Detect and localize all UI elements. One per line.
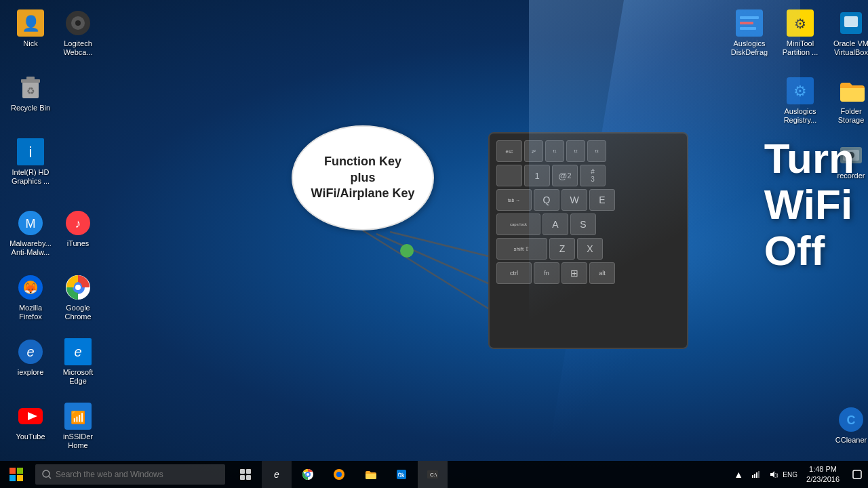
svg-rect-34: [736, 9, 763, 37]
recycle-icon: ♻: [17, 74, 44, 101]
desktop-icon-folder-storage[interactable]: FolderStorage: [824, 75, 868, 127]
inssider-icon: 📶: [64, 403, 92, 430]
folder-storage-icon: [837, 77, 865, 104]
task-view-icon[interactable]: [231, 461, 260, 488]
svg-text:⚙: ⚙: [793, 83, 807, 100]
svg-text:e: e: [26, 344, 34, 359]
desktop-icon-youtube[interactable]: YouTube: [3, 400, 58, 444]
search-input[interactable]: [56, 470, 218, 479]
svg-rect-72: [754, 474, 755, 478]
auslogics-defrag-icon: [736, 9, 763, 37]
auslogics-registry-icon: ⚙: [787, 77, 814, 104]
wifi-off-text: Turn WiFi Off: [764, 136, 854, 274]
svg-text:e: e: [274, 469, 279, 480]
nick-icon: 👤: [17, 9, 44, 37]
svg-rect-37: [740, 27, 756, 30]
search-bar[interactable]: [35, 464, 225, 485]
notification-icon[interactable]: ▲: [730, 461, 747, 488]
svg-rect-56: [240, 469, 245, 474]
svg-text:M: M: [26, 217, 36, 230]
svg-text:⚙: ⚙: [794, 16, 806, 31]
explorer-taskbar-icon[interactable]: [355, 461, 385, 488]
desktop-icon-inssider[interactable]: 📶 inSSIDerHome: [51, 400, 105, 453]
edge-taskbar-icon[interactable]: e: [262, 461, 292, 488]
firefox-taskbar-icon[interactable]: [324, 461, 354, 488]
chrome-icon: [64, 274, 92, 301]
logitech-icon: [64, 9, 92, 37]
malwarebytes-icon: M: [17, 209, 44, 237]
svg-marker-75: [770, 471, 774, 478]
svg-rect-77: [853, 470, 861, 479]
chrome-taskbar-icon[interactable]: [293, 461, 323, 488]
desktop-icon-malwarebytes[interactable]: M Malwareby...Anti-Malw...: [3, 207, 58, 260]
desktop-icon-logitech[interactable]: LogitechWebca...: [51, 7, 105, 60]
desktop-icon-edge[interactable]: e MicrosoftEdge: [51, 336, 105, 388]
minitool-icon: ⚙: [787, 9, 814, 37]
keyboard-image: esc z² f1 f2 f3 1 @2 #3 tab → Q W E: [488, 132, 688, 349]
desktop-icon-minitool[interactable]: ⚙ MiniToolPartition ...: [773, 7, 827, 60]
start-button[interactable]: [0, 461, 33, 488]
svg-text:)))): )))): [775, 472, 778, 478]
desktop-icon-nick[interactable]: 👤 Nick: [3, 7, 58, 51]
firefox-icon: 🦊: [17, 274, 44, 301]
svg-rect-52: [9, 475, 16, 481]
taskbar-icons: e: [231, 461, 448, 488]
cmd-taskbar-icon[interactable]: C:\: [418, 461, 448, 488]
svg-rect-57: [246, 469, 251, 474]
svg-text:e: e: [74, 344, 81, 359]
itunes-icon: ♪: [64, 209, 92, 237]
desktop-icon-firefox[interactable]: 🦊 MozillaFirefox: [3, 271, 58, 324]
desktop-icon-ccleaner[interactable]: C CCleaner: [824, 403, 868, 447]
intel-icon: i: [17, 138, 44, 165]
svg-rect-36: [740, 22, 753, 24]
svg-text:📶: 📶: [71, 410, 86, 425]
svg-text:♻: ♻: [26, 85, 35, 96]
speech-bubble-text: Function Key plus WiFi/Airplane Key: [304, 147, 422, 208]
svg-rect-42: [847, 28, 855, 31]
network-icon[interactable]: [748, 461, 764, 488]
desktop: 👤 Nick LogitechWebca... ♻ Recycle Bin: [0, 0, 868, 488]
youtube-icon: [17, 403, 44, 430]
svg-text:C: C: [847, 413, 856, 427]
svg-text:🛍: 🛍: [398, 471, 405, 479]
svg-rect-51: [17, 468, 23, 474]
ccleaner-icon: C: [837, 406, 865, 433]
svg-rect-35: [740, 16, 759, 19]
svg-point-8: [75, 20, 81, 26]
svg-rect-41: [844, 16, 858, 27]
desktop-icon-virtualbox[interactable]: Oracle VMVirtualBox: [824, 7, 868, 60]
svg-point-66: [336, 472, 342, 477]
svg-text:C:\: C:\: [430, 472, 437, 478]
desktop-icon-chrome[interactable]: GoogleChrome: [51, 271, 105, 324]
svg-rect-11: [26, 77, 35, 80]
clock[interactable]: 1:48 PM 2/23/2016: [800, 464, 846, 485]
svg-rect-58: [240, 475, 245, 480]
store-taskbar-icon[interactable]: 🛍: [387, 461, 416, 488]
svg-point-54: [43, 470, 50, 477]
volume-icon[interactable]: )))): [766, 461, 782, 488]
desktop-icon-recycle[interactable]: ♻ Recycle Bin: [3, 71, 58, 115]
notifications-button[interactable]: [846, 461, 868, 488]
svg-rect-71: [752, 475, 753, 478]
svg-rect-74: [758, 471, 760, 478]
keyboard-layout-icon[interactable]: ENG: [783, 461, 797, 488]
svg-rect-50: [9, 468, 16, 474]
svg-line-1: [376, 234, 583, 325]
svg-text:i: i: [29, 144, 33, 161]
desktop-icon-itunes[interactable]: ♪ iTunes: [51, 207, 105, 251]
svg-rect-73: [756, 472, 757, 478]
svg-line-55: [49, 476, 51, 479]
svg-text:♪: ♪: [75, 217, 81, 230]
ie-icon: e: [17, 338, 44, 365]
desktop-icon-auslogics-registry[interactable]: ⚙ AuslogicsRegistry...: [773, 75, 827, 127]
taskbar-right: ▲ )))) ENG 1:: [728, 461, 868, 488]
desktop-icon-ie[interactable]: e iexplore: [3, 336, 58, 380]
svg-point-3: [400, 244, 414, 258]
svg-text:🦊: 🦊: [24, 282, 37, 295]
virtualbox-icon: [837, 9, 865, 37]
svg-text:👤: 👤: [22, 14, 41, 33]
desktop-icon-intel[interactable]: i Intel(R) HDGraphics ...: [3, 136, 58, 188]
desktop-icon-auslogics-defrag[interactable]: AuslogicsDiskDefrag: [722, 7, 776, 60]
edge-icon: e: [64, 338, 92, 365]
taskbar: e: [0, 461, 868, 488]
